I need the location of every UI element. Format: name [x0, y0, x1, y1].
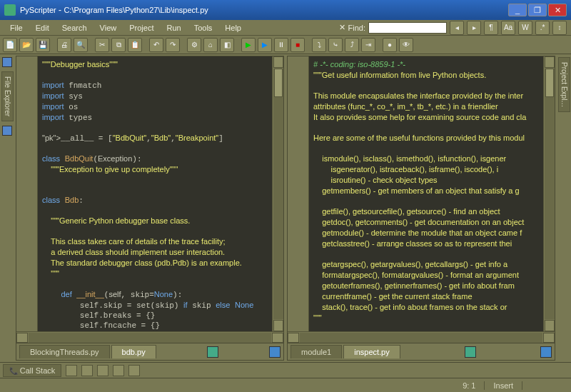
tab-split-icon[interactable] — [540, 346, 552, 358]
code-editor-left[interactable]: """Debugger basics""" import fnmatch imp… — [38, 56, 272, 331]
save-icon[interactable]: 💾 — [36, 38, 50, 52]
code-editor-right[interactable]: # -*- coding: iso-8859-1 -*- """Get usef… — [309, 56, 543, 331]
find-input[interactable] — [368, 22, 447, 34]
redo-icon[interactable]: ↷ — [166, 38, 180, 52]
tool-b-icon[interactable]: ⌂ — [203, 38, 218, 52]
step-over-icon[interactable]: ⤵ — [312, 38, 326, 52]
find-opt4-button[interactable]: .* — [535, 21, 550, 35]
window-path: C:\Program Files\Python27\Lib\inspect.py — [64, 6, 208, 14]
menu-view[interactable]: View — [94, 22, 123, 34]
left-side-tabs: File Explorer — [0, 54, 14, 362]
project-explorer-tab[interactable]: Project Expl… — [558, 57, 570, 112]
debug-icon[interactable]: ▶ — [258, 38, 272, 52]
scroll-right-icon[interactable] — [543, 333, 555, 343]
bottom-toolbar: 📞 Call Stack — [0, 362, 571, 378]
tab-split-icon[interactable] — [269, 346, 281, 358]
window-titlebar: PyScripter - C:\Program Files\Python27\L… — [0, 0, 571, 20]
cut-icon[interactable]: ✂ — [95, 38, 109, 52]
gutter-left[interactable] — [16, 56, 38, 331]
hscroll-right[interactable] — [288, 331, 555, 343]
find-opt2-button[interactable]: Aa — [501, 21, 515, 35]
vscroll-right[interactable] — [543, 56, 555, 331]
tool-c-icon[interactable]: ◧ — [220, 38, 234, 52]
main-toolbar: 📄 📂 💾 🖨 🔍 ✂ ⧉ 📋 ↶ ↷ ⚙ ⌂ ◧ ▶ ▶ ⏸ ■ ⤵ ⤷ ⤴ … — [0, 36, 571, 54]
tab-bdb[interactable]: bdb.py — [111, 345, 156, 358]
editor-pane-left: """Debugger basics""" import fnmatch imp… — [16, 56, 284, 361]
menu-run[interactable]: Run — [161, 22, 186, 34]
open-icon[interactable]: 📂 — [19, 38, 34, 52]
maximize-button[interactable]: ❐ — [528, 4, 547, 16]
run-to-icon[interactable]: ⇥ — [361, 38, 375, 52]
side-tool-icon[interactable] — [2, 126, 12, 136]
tab-blockingthreads[interactable]: BlockingThreads.py — [19, 345, 110, 358]
minimize-button[interactable]: _ — [508, 4, 527, 16]
tab-inspect[interactable]: inspect.py — [343, 345, 400, 358]
scroll-down-icon[interactable] — [545, 320, 555, 331]
scroll-left-icon[interactable] — [288, 333, 299, 343]
hscroll-left[interactable] — [16, 331, 283, 343]
undo-icon[interactable]: ↶ — [149, 38, 163, 52]
gutter-right[interactable] — [288, 56, 309, 331]
app-name: PyScripter — [20, 6, 56, 14]
scroll-down-icon[interactable] — [273, 320, 283, 331]
panel-a-icon[interactable] — [66, 365, 77, 376]
step-out-icon[interactable]: ⤴ — [345, 38, 359, 52]
find-close-icon[interactable]: ✕ — [339, 23, 345, 32]
panel-c-icon[interactable] — [97, 365, 108, 376]
vscroll-thumb-left[interactable] — [274, 69, 283, 97]
menu-edit[interactable]: Edit — [30, 22, 55, 34]
tabbar-left: BlockingThreads.py bdb.py — [16, 343, 283, 360]
panel-e-icon[interactable] — [128, 365, 140, 376]
find-bar: ✕ Find: ◂ ▸ ¶ Aa W .* ↕ — [339, 21, 567, 35]
find-next-button[interactable]: ▸ — [467, 21, 481, 35]
menubar: File Edit Search View Project Run Tools … — [0, 20, 571, 36]
find-opt3-button[interactable]: W — [518, 21, 532, 35]
paste-icon[interactable]: 📋 — [128, 38, 142, 52]
find-opt1-button[interactable]: ¶ — [484, 21, 498, 35]
find-label: Find: — [348, 24, 365, 32]
menu-file[interactable]: File — [4, 22, 29, 34]
tool-a-icon[interactable]: ⚙ — [187, 38, 201, 52]
tab-module1[interactable]: module1 — [290, 345, 342, 358]
menu-search[interactable]: Search — [56, 22, 93, 34]
find-opt5-button[interactable]: ↕ — [552, 21, 567, 35]
stop-icon[interactable]: ■ — [290, 38, 305, 52]
close-button[interactable]: ✕ — [548, 4, 567, 16]
insert-mode: Insert — [485, 381, 522, 390]
scroll-left-icon[interactable] — [16, 333, 28, 343]
breakpoint-icon[interactable]: ● — [383, 38, 397, 52]
copy-icon[interactable]: ⧉ — [111, 38, 126, 52]
menu-help[interactable]: Help — [219, 22, 247, 34]
menu-project[interactable]: Project — [123, 22, 159, 34]
new-file-icon[interactable]: 📄 — [3, 38, 17, 52]
tab-layout-icon[interactable] — [207, 346, 218, 358]
tab-layout-icon[interactable] — [465, 346, 476, 358]
scroll-right-icon[interactable] — [272, 333, 283, 343]
file-explorer-tab[interactable]: File Explorer — [1, 71, 14, 121]
watch-icon[interactable]: 👁 — [399, 38, 413, 52]
cursor-position: 9: 1 — [454, 381, 485, 390]
scroll-up-icon[interactable] — [545, 56, 555, 68]
tabbar-right: module1 inspect.py — [288, 343, 555, 360]
print-icon[interactable]: 🖨 — [57, 38, 71, 52]
pause-icon[interactable]: ⏸ — [274, 38, 288, 52]
app-icon — [4, 4, 16, 16]
panel-b-icon[interactable] — [81, 365, 93, 376]
find-prev-button[interactable]: ◂ — [450, 21, 464, 35]
menu-tools[interactable]: Tools — [188, 22, 218, 34]
preview-icon[interactable]: 🔍 — [74, 38, 88, 52]
vscroll-left[interactable] — [272, 56, 283, 331]
scroll-up-icon[interactable] — [273, 56, 283, 68]
panel-d-icon[interactable] — [113, 365, 124, 376]
run-icon[interactable]: ▶ — [241, 38, 256, 52]
statusbar: 9: 1 Insert — [0, 378, 571, 392]
right-side-tabs: Project Expl… — [557, 54, 571, 362]
callstack-panel-button[interactable]: 📞 Call Stack — [3, 364, 61, 377]
side-explorer-icon[interactable] — [2, 57, 12, 67]
vscroll-thumb-right[interactable] — [545, 69, 554, 97]
step-into-icon[interactable]: ⤷ — [328, 38, 343, 52]
editor-pane-right: # -*- coding: iso-8859-1 -*- """Get usef… — [287, 56, 555, 361]
